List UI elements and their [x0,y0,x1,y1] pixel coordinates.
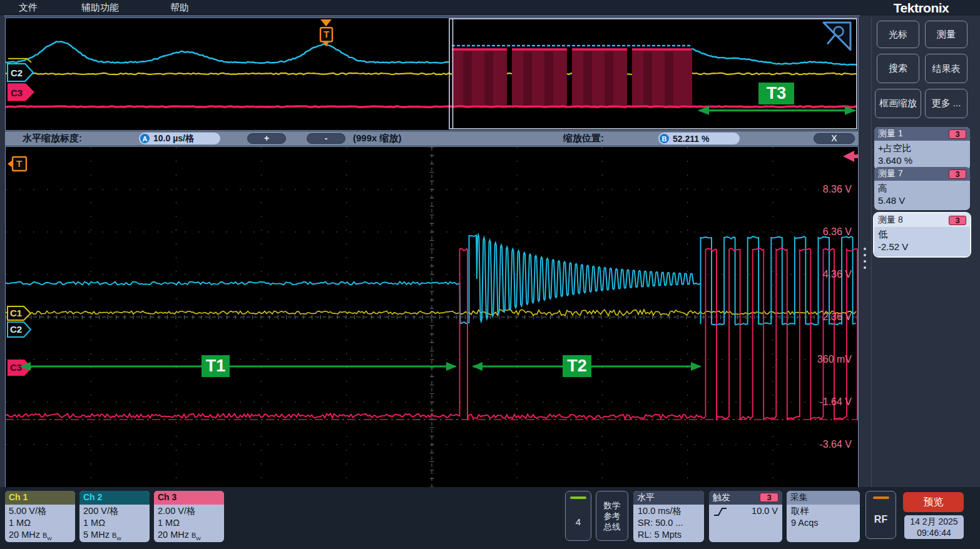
ch4-color-line [570,496,586,499]
channel-1-badge[interactable]: Ch 1 5.00 V/格 1 MΩ 20 MHz BW [5,491,75,542]
volt-scale-label: 4.36 V [782,268,852,281]
time-text: 09:46:44 [904,527,964,538]
c2-badge-label: C2 [10,324,22,335]
results-table-button[interactable]: 结果表 [925,54,967,83]
zoom-position-pill[interactable]: B 52.211 % [658,133,740,144]
overview-channel-badges[interactable]: C2 C3 [8,59,34,101]
c1-badge-label: C1 [10,308,22,318]
acquisition-count: 9 Acqs [791,517,855,529]
c3-badge-label: C3 [11,88,23,98]
c2-badge-label: C2 [11,68,23,78]
zoom-factor-label: (999x 缩放) [353,133,402,144]
measurement-name: +占空比 [878,142,966,154]
zoom-trigger-marker[interactable]: T [8,157,26,171]
draw-box-zoom-button[interactable]: 框画缩放 [875,89,921,118]
trigger-badge[interactable]: 触发 3 10.0 V [709,491,782,542]
rf-badge[interactable]: RF [865,491,896,539]
measurement-value: 3.640 % [878,154,966,167]
channel-4-badge[interactable]: 4 [565,491,591,541]
date-text: 14 2月 2025 [904,516,964,527]
bottom-bar: Ch 1 5.00 V/格 1 MΩ 20 MHz BW Ch 2 200 V/… [0,487,980,549]
overview-svg: T C2 C3 [6,18,858,130]
right-sidebar: 光标 测量 搜索 结果表 框画缩放 更多 ... 测量 1 3 +占空比 3.6… [871,18,980,487]
zoom-toolbar: 水平缩放标度: A 10.0 µs/格 + - (999x 缩放) 缩放位置: … [5,131,859,146]
menu-bar: 文件 辅助功能 帮助 [0,0,980,16]
trigger-source-badge: 3 [760,493,778,502]
source-channel-badge: 3 [949,169,966,179]
channel-2-badge[interactable]: Ch 2 200 V/格 1 MΩ 5 MHz BW [79,491,150,542]
measurement-badge-8[interactable]: 测量 8 3 低 -2.52 V [874,213,970,256]
measurement-badge-1[interactable]: 测量 1 3 +占空比 3.640 % [874,127,970,170]
acquisition-badge[interactable]: 采集 取样 9 Acqs [787,491,860,542]
display-area: T C2 C3 T3 [4,16,860,487]
volt-scale-label: 2.36 V [782,310,852,324]
zoom-position-label: 缩放位置: [563,133,604,144]
ch1-impedance: 1 MΩ [9,517,71,529]
ch3-impedance: 1 MΩ [158,517,220,529]
horizontal-scale: 10.0 ms/格 [638,505,700,517]
source-channel-badge: 3 [949,216,966,225]
main-waveform-panel[interactable]: C1 C2 C3 [5,146,859,488]
t1-annotation-arrow [20,362,457,371]
measurement-name: 高 [878,182,966,194]
record-length: RL: 5 Mpts [638,529,700,541]
multipurpose-b-icon: B [660,134,669,143]
ch3-scale: 2.00 V/格 [158,505,220,517]
main-svg: C1 C2 C3 [6,147,858,487]
ch2-bandwidth: 5 MHz BW [83,529,146,542]
svg-text:T: T [324,29,330,39]
volt-scale-label: 360 mV [782,353,852,366]
sample-rate: SR: 50.0 ... [638,517,700,529]
volt-scale-label: 8.36 V [782,183,852,196]
zoom-scale-pill[interactable]: A 10.0 µs/格 [139,133,220,144]
t1-annotation-label: T1 [202,355,230,377]
horizontal-badge[interactable]: 水平 10.0 ms/格 SR: 50.0 ... RL: 5 Mpts [633,491,704,542]
menu-file[interactable]: 文件 [19,2,38,14]
zoom-in-button[interactable]: + [247,133,286,144]
ch1-bandwidth: 20 MHz BW [9,529,71,542]
cursors-button[interactable]: 光标 [877,21,919,48]
source-channel-badge: 3 [949,129,966,139]
trigger-level-arrow[interactable] [843,151,858,162]
datetime-badge[interactable]: 14 2月 2025 09:46:44 [904,515,964,539]
acquisition-mode: 取样 [791,505,855,517]
volt-scale-label: -3.64 V [782,438,852,451]
t2-annotation-label: T2 [563,355,591,377]
menu-utility[interactable]: 辅助功能 [81,2,119,14]
multipurpose-a-icon: A [140,134,150,143]
math-ref-bus-button[interactable]: 数学 参考 总线 [596,491,628,541]
t3-annotation-label: T3 [758,83,794,104]
tektronix-logo: Tektronix [875,1,967,17]
zoom-scale-label: 水平缩放标度: [23,133,82,144]
svg-text:T: T [16,158,22,169]
search-button[interactable]: 搜索 [877,54,919,83]
preview-button[interactable]: 预览 [903,492,964,512]
rf-color-line [873,496,889,499]
rising-edge-icon [713,506,727,516]
zoom-out-button[interactable]: - [307,133,345,144]
volt-scale-label: -1.64 V [782,395,852,409]
waveform-overview-panel[interactable]: T C2 C3 T3 [5,18,859,131]
menu-help[interactable]: 帮助 [170,2,189,14]
volt-scale-label: 6.36 V [782,225,852,239]
more-button[interactable]: 更多 ... [925,89,967,118]
channel-3-badge[interactable]: Ch 3 2.00 V/格 1 MΩ 20 MHz BW [154,491,224,542]
trigger-position-marker[interactable]: T [320,19,332,46]
trigger-level: 10.0 V [752,505,778,517]
oscilloscope-app: 文件 辅助功能 帮助 Tektronix [0,0,980,549]
measurement-value: 5.48 V [878,194,966,207]
panel-drag-handle[interactable] [860,16,871,487]
ch2-impedance: 1 MΩ [83,517,146,529]
ch2-scale: 200 V/格 [83,505,146,517]
ch1-scale: 5.00 V/格 [9,505,71,517]
measurement-name: 低 [878,228,966,241]
ch3-bandwidth: 20 MHz BW [158,529,220,542]
measure-button[interactable]: 测量 [925,21,967,48]
measurement-value: -2.52 V [878,241,966,253]
measurement-badge-7[interactable]: 测量 7 3 高 5.48 V [874,167,970,210]
zoom-magnifier-icon[interactable] [824,23,850,49]
c3-badge-label: C3 [10,362,22,373]
zoom-close-button[interactable]: X [814,133,855,144]
